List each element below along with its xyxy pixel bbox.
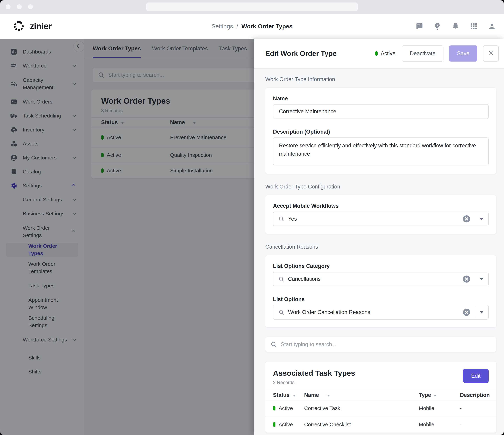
- search-icon: [270, 341, 277, 348]
- search-icon: [278, 216, 285, 222]
- list-options-category-value[interactable]: [288, 276, 463, 282]
- accept-mobile-workflows-select[interactable]: [273, 212, 489, 226]
- breadcrumb: Settings / Work Order Types: [212, 23, 293, 30]
- chat-icon[interactable]: [415, 22, 423, 30]
- drawer-header: Edit Work Order Type Active Deactivate S…: [254, 39, 504, 69]
- accept-mobile-workflows-value[interactable]: [288, 216, 463, 222]
- search-icon: [278, 309, 285, 315]
- browser-chrome-bar: [0, 0, 504, 14]
- status-dot: [375, 51, 378, 56]
- column-header-status[interactable]: Status: [265, 392, 304, 398]
- window-control-close[interactable]: [6, 4, 10, 9]
- section-title-cancellation: Cancellation Reasons: [265, 244, 496, 250]
- table-row[interactable]: Active Corrective Checklist Mobile -: [265, 417, 496, 433]
- drawer-body: Work Order Type Information Name Descrip…: [254, 69, 504, 435]
- status-dot: [273, 406, 275, 410]
- drawer-search-input[interactable]: [281, 341, 491, 348]
- list-options-label: List Options: [273, 296, 489, 303]
- chevron-down-icon[interactable]: [475, 311, 488, 313]
- search-icon: [278, 276, 285, 282]
- column-header-name[interactable]: Name: [304, 392, 419, 398]
- description-label: Description (Optional): [273, 129, 489, 135]
- close-icon: [487, 49, 494, 58]
- status-badge: Active: [375, 50, 396, 57]
- section-title-configuration: Work Order Type Configuration: [265, 183, 496, 190]
- logo-wordmark: zinier: [30, 21, 52, 31]
- associated-header-row: Status Name Type Description: [265, 390, 496, 400]
- name-label: Name: [273, 96, 489, 102]
- description-field[interactable]: Restore service efficiently and effectiv…: [273, 137, 489, 165]
- column-header-description[interactable]: Description: [460, 392, 496, 398]
- configuration-card: Accept Mobile Workflows: [265, 195, 496, 234]
- name-field[interactable]: [273, 104, 489, 119]
- sort-icon[interactable]: [293, 395, 296, 397]
- save-button[interactable]: Save: [449, 45, 477, 61]
- drawer-title: Edit Work Order Type: [265, 50, 336, 58]
- section-title-info: Work Order Type Information: [265, 76, 496, 83]
- chevron-down-icon[interactable]: [475, 278, 488, 280]
- status-dot: [273, 422, 275, 427]
- column-header-type[interactable]: Type: [419, 392, 460, 398]
- lightbulb-icon[interactable]: [433, 22, 441, 30]
- associated-task-types-card: Associated Task Types 2 Records Edit Sta…: [265, 362, 496, 433]
- accept-mobile-workflows-label: Accept Mobile Workflows: [273, 203, 489, 209]
- app-header: zinier Settings / Work Order Types: [0, 14, 504, 39]
- table-row[interactable]: Active Corrective Task Mobile -: [265, 400, 496, 417]
- breadcrumb-current: Work Order Types: [242, 23, 293, 29]
- app-window: zinier Settings / Work Order Types: [0, 0, 504, 435]
- list-options-value[interactable]: [288, 309, 463, 315]
- close-button[interactable]: [483, 45, 499, 61]
- sort-icon[interactable]: [327, 395, 330, 397]
- breadcrumb-parent[interactable]: Settings: [212, 23, 233, 29]
- window-control-minimize[interactable]: [17, 4, 22, 9]
- zinier-logo-icon: [13, 20, 25, 33]
- cancellation-card: List Options Category List Options: [265, 255, 496, 327]
- list-options-select[interactable]: [273, 305, 489, 320]
- apps-grid-icon[interactable]: [470, 22, 478, 30]
- list-options-category-label: List Options Category: [273, 263, 489, 269]
- clear-icon[interactable]: [463, 275, 470, 283]
- edit-button[interactable]: Edit: [463, 369, 489, 383]
- deactivate-button[interactable]: Deactivate: [402, 45, 443, 61]
- edit-drawer: Edit Work Order Type Active Deactivate S…: [254, 39, 504, 435]
- info-card: Name Description (Optional) Restore serv…: [265, 88, 496, 174]
- clear-icon[interactable]: [463, 308, 470, 316]
- breadcrumb-separator: /: [236, 23, 238, 29]
- clear-icon[interactable]: [463, 215, 470, 223]
- browser-address-bar[interactable]: [146, 2, 358, 11]
- sort-icon[interactable]: [433, 395, 437, 397]
- content-region: Dashboards Workforce Capacity Management…: [0, 39, 504, 435]
- list-options-category-select[interactable]: [273, 272, 489, 286]
- associated-record-count: 2 Records: [273, 380, 355, 385]
- window-control-zoom[interactable]: [28, 4, 33, 9]
- bell-icon[interactable]: [451, 22, 459, 30]
- associated-title: Associated Task Types: [273, 369, 355, 377]
- drawer-search-bar[interactable]: [265, 337, 496, 352]
- user-icon[interactable]: [488, 22, 496, 30]
- zinier-logo[interactable]: zinier: [13, 20, 52, 33]
- chevron-down-icon[interactable]: [475, 218, 488, 220]
